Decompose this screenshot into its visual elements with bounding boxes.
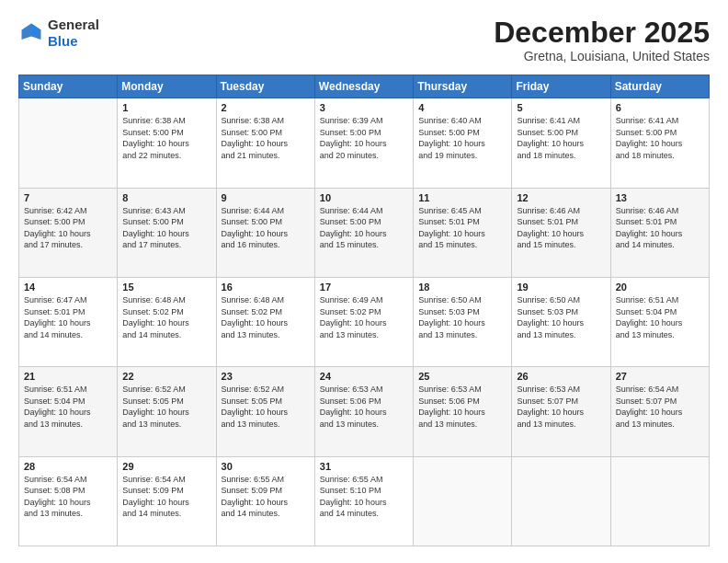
day-number: 18 [418, 282, 506, 293]
calendar-cell [610, 456, 709, 546]
calendar-cell: 12Sunrise: 6:46 AMSunset: 5:01 PMDayligh… [512, 188, 610, 277]
day-number: 13 [616, 192, 704, 203]
calendar-cell: 1Sunrise: 6:38 AMSunset: 5:00 PMDaylight… [118, 98, 216, 188]
day-info: Sunrise: 6:46 AMSunset: 5:01 PMDaylight:… [517, 205, 605, 251]
header-friday: Friday [512, 75, 610, 98]
calendar-week-2: 14Sunrise: 6:47 AMSunset: 5:01 PMDayligh… [19, 277, 710, 366]
page: General Blue December 2025 Gretna, Louis… [0, 0, 728, 563]
day-info: Sunrise: 6:44 AMSunset: 5:00 PMDaylight:… [222, 205, 310, 251]
day-number: 22 [122, 371, 210, 382]
calendar-cell: 14Sunrise: 6:47 AMSunset: 5:01 PMDayligh… [19, 277, 118, 366]
calendar-week-3: 21Sunrise: 6:51 AMSunset: 5:04 PMDayligh… [19, 367, 710, 456]
day-info: Sunrise: 6:38 AMSunset: 5:00 PMDaylight:… [122, 115, 210, 161]
day-number: 6 [616, 102, 704, 113]
day-info: Sunrise: 6:51 AMSunset: 5:04 PMDaylight:… [24, 384, 112, 430]
header-tuesday: Tuesday [216, 75, 314, 98]
day-info: Sunrise: 6:54 AMSunset: 5:07 PMDaylight:… [616, 384, 704, 430]
calendar-week-4: 28Sunrise: 6:54 AMSunset: 5:08 PMDayligh… [19, 456, 710, 546]
calendar-cell: 13Sunrise: 6:46 AMSunset: 5:01 PMDayligh… [610, 188, 709, 277]
day-number: 12 [517, 192, 605, 203]
day-number: 31 [320, 461, 408, 472]
calendar-cell: 16Sunrise: 6:48 AMSunset: 5:02 PMDayligh… [216, 277, 314, 366]
day-number: 29 [122, 461, 210, 472]
calendar-table: Sunday Monday Tuesday Wednesday Thursday… [18, 75, 710, 546]
calendar-cell: 6Sunrise: 6:41 AMSunset: 5:00 PMDaylight… [610, 98, 709, 188]
calendar-cell: 2Sunrise: 6:38 AMSunset: 5:00 PMDaylight… [216, 98, 314, 188]
calendar-cell: 19Sunrise: 6:50 AMSunset: 5:03 PMDayligh… [512, 277, 610, 366]
day-info: Sunrise: 6:44 AMSunset: 5:00 PMDaylight:… [320, 205, 408, 251]
weekday-header-row: Sunday Monday Tuesday Wednesday Thursday… [19, 75, 710, 98]
day-number: 25 [418, 371, 506, 382]
month-title: December 2025 [494, 17, 710, 49]
calendar-cell: 8Sunrise: 6:43 AMSunset: 5:00 PMDaylight… [118, 188, 216, 277]
calendar-cell [414, 456, 512, 546]
day-info: Sunrise: 6:53 AMSunset: 5:07 PMDaylight:… [517, 384, 605, 430]
day-info: Sunrise: 6:41 AMSunset: 5:00 PMDaylight:… [517, 115, 605, 161]
day-number: 24 [320, 371, 408, 382]
calendar-cell: 24Sunrise: 6:53 AMSunset: 5:06 PMDayligh… [314, 367, 413, 456]
calendar-cell: 17Sunrise: 6:49 AMSunset: 5:02 PMDayligh… [314, 277, 413, 366]
day-number: 2 [222, 102, 310, 113]
day-number: 28 [24, 461, 112, 472]
calendar-cell: 20Sunrise: 6:51 AMSunset: 5:04 PMDayligh… [610, 277, 709, 366]
day-number: 3 [320, 102, 408, 113]
day-number: 14 [24, 282, 112, 293]
subtitle: Gretna, Louisiana, United States [494, 49, 710, 63]
day-number: 8 [122, 192, 210, 203]
day-number: 9 [222, 192, 310, 203]
header-thursday: Thursday [414, 75, 512, 98]
calendar-cell [19, 98, 118, 188]
day-number: 19 [517, 282, 605, 293]
day-info: Sunrise: 6:50 AMSunset: 5:03 PMDaylight:… [517, 294, 605, 340]
calendar-week-0: 1Sunrise: 6:38 AMSunset: 5:00 PMDaylight… [19, 98, 710, 188]
calendar-cell: 26Sunrise: 6:53 AMSunset: 5:07 PMDayligh… [512, 367, 610, 456]
day-number: 16 [222, 282, 310, 293]
day-info: Sunrise: 6:52 AMSunset: 5:05 PMDaylight:… [222, 384, 310, 430]
logo-blue: Blue [48, 33, 99, 50]
day-info: Sunrise: 6:45 AMSunset: 5:01 PMDaylight:… [418, 205, 506, 251]
day-info: Sunrise: 6:47 AMSunset: 5:01 PMDaylight:… [24, 294, 112, 340]
day-info: Sunrise: 6:51 AMSunset: 5:04 PMDaylight:… [616, 294, 704, 340]
day-info: Sunrise: 6:54 AMSunset: 5:08 PMDaylight:… [24, 474, 112, 520]
day-info: Sunrise: 6:54 AMSunset: 5:09 PMDaylight:… [122, 474, 210, 520]
calendar-cell: 3Sunrise: 6:39 AMSunset: 5:00 PMDaylight… [314, 98, 413, 188]
calendar-cell: 29Sunrise: 6:54 AMSunset: 5:09 PMDayligh… [118, 456, 216, 546]
day-info: Sunrise: 6:42 AMSunset: 5:00 PMDaylight:… [24, 205, 112, 251]
day-number: 17 [320, 282, 408, 293]
day-number: 5 [517, 102, 605, 113]
day-number: 21 [24, 371, 112, 382]
calendar-cell: 10Sunrise: 6:44 AMSunset: 5:00 PMDayligh… [314, 188, 413, 277]
day-number: 15 [122, 282, 210, 293]
logo: General Blue [18, 17, 99, 50]
day-number: 11 [418, 192, 506, 203]
calendar-cell: 30Sunrise: 6:55 AMSunset: 5:09 PMDayligh… [216, 456, 314, 546]
calendar-cell: 9Sunrise: 6:44 AMSunset: 5:00 PMDaylight… [216, 188, 314, 277]
day-info: Sunrise: 6:52 AMSunset: 5:05 PMDaylight:… [122, 384, 210, 430]
header-monday: Monday [118, 75, 216, 98]
day-number: 26 [517, 371, 605, 382]
day-info: Sunrise: 6:48 AMSunset: 5:02 PMDaylight:… [122, 294, 210, 340]
day-number: 27 [616, 371, 704, 382]
header-sunday: Sunday [19, 75, 118, 98]
day-number: 10 [320, 192, 408, 203]
day-number: 20 [616, 282, 704, 293]
day-number: 7 [24, 192, 112, 203]
day-info: Sunrise: 6:55 AMSunset: 5:10 PMDaylight:… [320, 474, 408, 520]
day-number: 23 [222, 371, 310, 382]
day-info: Sunrise: 6:53 AMSunset: 5:06 PMDaylight:… [418, 384, 506, 430]
day-info: Sunrise: 6:38 AMSunset: 5:00 PMDaylight:… [222, 115, 310, 161]
calendar-cell [512, 456, 610, 546]
calendar-cell: 28Sunrise: 6:54 AMSunset: 5:08 PMDayligh… [19, 456, 118, 546]
calendar-cell: 7Sunrise: 6:42 AMSunset: 5:00 PMDaylight… [19, 188, 118, 277]
calendar-cell: 23Sunrise: 6:52 AMSunset: 5:05 PMDayligh… [216, 367, 314, 456]
day-info: Sunrise: 6:48 AMSunset: 5:02 PMDaylight:… [222, 294, 310, 340]
day-number: 1 [122, 102, 210, 113]
calendar-cell: 25Sunrise: 6:53 AMSunset: 5:06 PMDayligh… [414, 367, 512, 456]
day-info: Sunrise: 6:53 AMSunset: 5:06 PMDaylight:… [320, 384, 408, 430]
day-info: Sunrise: 6:46 AMSunset: 5:01 PMDaylight:… [616, 205, 704, 251]
day-info: Sunrise: 6:49 AMSunset: 5:02 PMDaylight:… [320, 294, 408, 340]
calendar-cell: 11Sunrise: 6:45 AMSunset: 5:01 PMDayligh… [414, 188, 512, 277]
logo-icon [18, 20, 44, 46]
calendar-cell: 22Sunrise: 6:52 AMSunset: 5:05 PMDayligh… [118, 367, 216, 456]
calendar-cell: 18Sunrise: 6:50 AMSunset: 5:03 PMDayligh… [414, 277, 512, 366]
